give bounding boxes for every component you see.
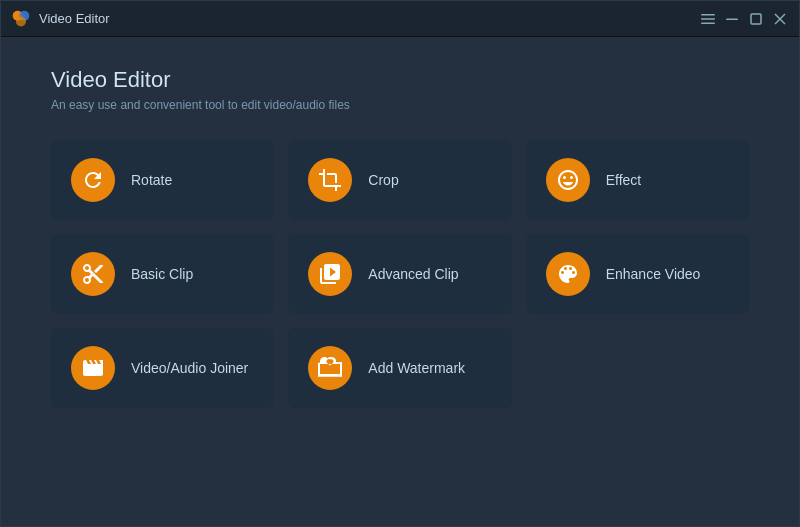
enhance-video-label: Enhance Video	[606, 265, 701, 283]
main-content: Video Editor An easy use and convenient …	[1, 37, 799, 527]
page-title: Video Editor	[51, 67, 749, 93]
svg-rect-3	[701, 14, 715, 16]
advanced-clip-card[interactable]: Advanced Clip	[288, 234, 511, 314]
effect-label: Effect	[606, 171, 642, 189]
close-button[interactable]	[771, 10, 789, 28]
rotate-icon	[71, 158, 115, 202]
svg-rect-7	[751, 14, 761, 24]
advanced-clip-label: Advanced Clip	[368, 265, 458, 283]
palette-icon	[546, 252, 590, 296]
add-watermark-card[interactable]: Add Watermark	[288, 328, 511, 408]
window-title: Video Editor	[39, 11, 699, 26]
enhance-video-card[interactable]: Enhance Video	[526, 234, 749, 314]
watermark-icon	[308, 346, 352, 390]
effect-icon	[546, 158, 590, 202]
app-logo-icon	[11, 9, 31, 29]
crop-card[interactable]: Crop	[288, 140, 511, 220]
svg-rect-6	[726, 18, 738, 20]
svg-point-2	[16, 16, 26, 26]
rotate-label: Rotate	[131, 171, 172, 189]
scissors-icon	[71, 252, 115, 296]
film-icon	[71, 346, 115, 390]
minimize-button[interactable]	[723, 10, 741, 28]
menu-button[interactable]	[699, 10, 717, 28]
video-audio-joiner-card[interactable]: Video/Audio Joiner	[51, 328, 274, 408]
maximize-button[interactable]	[747, 10, 765, 28]
advanced-clip-icon	[308, 252, 352, 296]
page-header: Video Editor An easy use and convenient …	[51, 67, 749, 112]
tools-grid: Rotate Crop Effect Basic Clip	[51, 140, 749, 408]
video-audio-joiner-label: Video/Audio Joiner	[131, 359, 248, 377]
titlebar: Video Editor	[1, 1, 799, 37]
rotate-card[interactable]: Rotate	[51, 140, 274, 220]
page-subtitle: An easy use and convenient tool to edit …	[51, 98, 749, 112]
crop-icon	[308, 158, 352, 202]
add-watermark-label: Add Watermark	[368, 359, 465, 377]
svg-rect-5	[701, 22, 715, 24]
window-controls	[699, 10, 789, 28]
svg-rect-4	[701, 18, 715, 20]
basic-clip-label: Basic Clip	[131, 265, 193, 283]
crop-label: Crop	[368, 171, 398, 189]
basic-clip-card[interactable]: Basic Clip	[51, 234, 274, 314]
effect-card[interactable]: Effect	[526, 140, 749, 220]
